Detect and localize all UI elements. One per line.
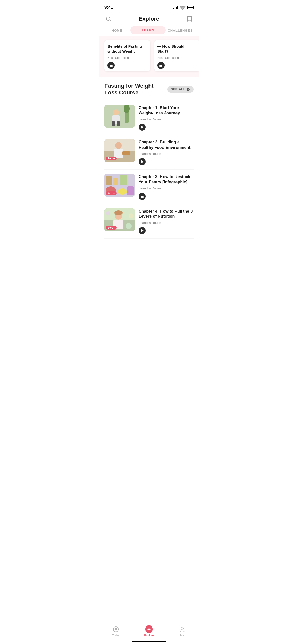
course-type-icon-ch4: [139, 227, 146, 234]
course-title-ch4: Chapter 4: How to Pull the 3 Levers of N…: [139, 209, 194, 219]
svg-point-0: [106, 17, 110, 20]
zero-plus-badge-ch2: Zero+: [106, 157, 117, 160]
svg-point-32: [126, 223, 132, 229]
course-info-ch1: Chapter 1: Start Your Weight-Loss Journe…: [139, 105, 194, 131]
svg-point-30: [106, 211, 110, 215]
course-thumb-ch2: Zero+: [104, 139, 135, 162]
bookmark-icon: [187, 16, 192, 22]
tab-home[interactable]: HOME: [103, 26, 130, 36]
svg-rect-18: [106, 176, 112, 185]
article-title-2: — How Should I Start?: [157, 44, 197, 54]
svg-point-29: [114, 210, 123, 215]
course-info-ch4: Chapter 4: How to Pull the 3 Levers of N…: [139, 208, 194, 235]
course-list: Chapter 1: Start Your Weight-Loss Journe…: [104, 101, 194, 239]
course-info-ch2: Chapter 2: Building a Healthy Food Envir…: [139, 139, 194, 165]
course-author-ch4: Leandra Rouse: [139, 221, 194, 225]
svg-rect-16: [122, 151, 130, 155]
search-icon: [105, 16, 112, 22]
article-card-2[interactable]: — How Should I Start? Kristi Storoschuk: [154, 40, 199, 71]
chapter1-image: [104, 105, 135, 128]
page-title: Explore: [113, 16, 185, 22]
svg-rect-20: [120, 175, 127, 185]
course-info-ch3: Chapter 3: How to Restock Your Pantry [I…: [139, 174, 194, 200]
zero-plus-badge-ch3: Zero+: [106, 191, 117, 195]
svg-rect-9: [117, 121, 120, 126]
course-title-ch1: Chapter 1: Start Your Weight-Loss Journe…: [139, 105, 194, 116]
course-author-ch1: Leandra Rouse: [139, 117, 194, 121]
course-thumb-ch1: [104, 105, 135, 128]
article-type-icon-2: [157, 62, 165, 69]
tab-learn[interactable]: LEARN: [130, 26, 166, 34]
course-type-icon-ch3: [139, 193, 146, 200]
svg-point-6: [113, 109, 119, 115]
article-author-1: Kristi Storoschuk: [107, 56, 147, 60]
bookmark-button[interactable]: [185, 15, 194, 23]
section-title: Fasting for Weight Loss Course: [104, 83, 167, 96]
course-author-ch2: Leandra Rouse: [139, 152, 194, 156]
course-item-ch3[interactable]: Zero+ Chapter 3: How to Restock Your Pan…: [104, 170, 194, 204]
article-card-1[interactable]: Benefits of Fasting without Weight Krist…: [104, 40, 150, 71]
course-type-icon-ch2: [139, 158, 146, 165]
svg-point-31: [129, 213, 134, 218]
section-header: Fasting for Weight Loss Course SEE ALL: [104, 83, 194, 96]
status-time: 9:41: [104, 5, 113, 10]
articles-scroll[interactable]: Benefits of Fasting without Weight Krist…: [99, 36, 199, 77]
course-thumb-ch4: Zero+: [104, 208, 135, 231]
status-icons: [173, 4, 194, 10]
see-all-button[interactable]: SEE ALL: [167, 86, 194, 93]
search-button[interactable]: [104, 15, 113, 23]
svg-line-1: [110, 20, 111, 22]
article-author-2: Kristi Storoschuk: [157, 56, 197, 60]
zero-plus-badge-ch4: Zero+: [106, 226, 117, 230]
page-header: Explore: [99, 13, 199, 26]
course-title-ch3: Chapter 3: How to Restock Your Pantry [I…: [139, 174, 194, 185]
svg-point-13: [115, 142, 122, 149]
wifi-icon: [180, 4, 186, 10]
tab-bar: HOME LEARN CHALLENGES: [99, 26, 199, 36]
course-thumb-ch3: Zero+: [104, 174, 135, 197]
course-item-ch1[interactable]: Chapter 1: Start Your Weight-Loss Journe…: [104, 101, 194, 135]
course-title-ch2: Chapter 2: Building a Healthy Food Envir…: [139, 140, 194, 150]
status-bar: 9:41: [99, 0, 199, 13]
article-title-1: Benefits of Fasting without Weight: [107, 44, 147, 54]
svg-point-22: [118, 188, 127, 195]
tab-challenges[interactable]: CHALLENGES: [166, 26, 195, 36]
course-item-ch4[interactable]: Zero+ Chapter 4: How to Pull the 3 Lever…: [104, 204, 194, 239]
svg-rect-19: [113, 178, 118, 185]
course-item-ch2[interactable]: Zero+ Chapter 2: Building a Healthy Food…: [104, 135, 194, 170]
article-type-icon-1: [107, 62, 115, 69]
battery-icon: [187, 6, 194, 9]
svg-rect-8: [112, 121, 115, 126]
signal-icon: [173, 6, 178, 9]
course-author-ch3: Leandra Rouse: [139, 186, 194, 190]
course-type-icon-ch1: [139, 124, 146, 131]
svg-rect-23: [127, 186, 134, 195]
see-all-icon: [186, 87, 190, 91]
course-section: Fasting for Weight Loss Course SEE ALL: [99, 77, 199, 239]
